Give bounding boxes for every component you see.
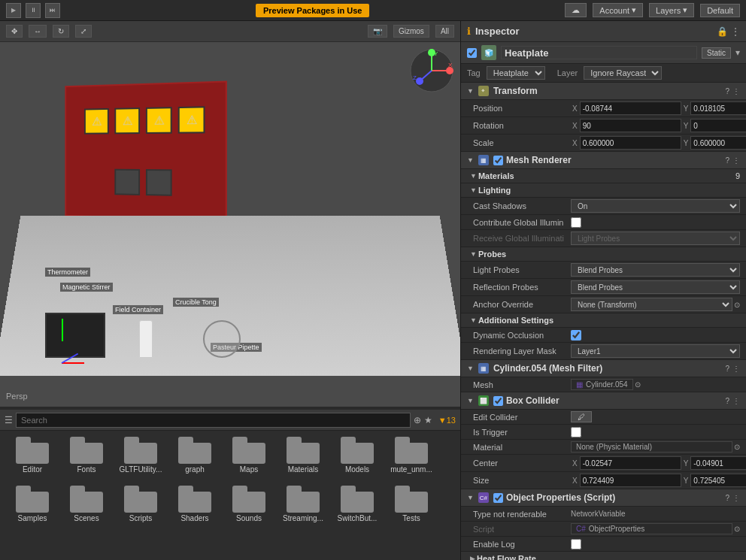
mesh-renderer-section-header[interactable]: ▼ ▦ Mesh Renderer ? ⋮ xyxy=(461,152,746,169)
help-icon[interactable]: ? xyxy=(725,397,729,405)
dynamic-occlusion-checkbox[interactable] xyxy=(571,330,581,341)
help-icon[interactable]: ? xyxy=(725,365,729,373)
folder-maps[interactable]: Maps xyxy=(223,434,275,477)
active-checkbox[interactable] xyxy=(467,48,477,58)
material-ref[interactable]: None (Physic Material) xyxy=(571,441,732,453)
project-search[interactable] xyxy=(16,413,411,428)
size-x-field[interactable] xyxy=(580,474,681,487)
lighting-sub-header[interactable]: ▼ Lighting xyxy=(461,183,746,198)
folder-scripts[interactable]: Scripts xyxy=(114,483,167,525)
help-icon[interactable]: ? xyxy=(725,494,729,502)
rot-y-field[interactable] xyxy=(690,119,746,132)
y-label: Y xyxy=(682,122,690,130)
enable-log-checkbox[interactable] xyxy=(571,539,581,549)
scale-x-field[interactable] xyxy=(580,136,681,150)
materials-sub-header[interactable]: ▼ Materials 9 xyxy=(461,169,746,183)
heat-flow-rate-sub-header[interactable]: ▶ Heat Flow Rate xyxy=(461,552,746,560)
default-button[interactable]: Default xyxy=(700,4,740,17)
material-target-icon[interactable]: ⊙ xyxy=(734,443,740,451)
folder-graph[interactable]: graph xyxy=(168,434,221,477)
lock-button[interactable]: 🔒 xyxy=(717,26,728,37)
account-button[interactable]: Account ▾ xyxy=(593,3,643,17)
play-button[interactable]: ▶ xyxy=(6,3,21,18)
scale-y-field[interactable] xyxy=(690,136,746,150)
script-target-icon[interactable]: ⊙ xyxy=(734,525,740,533)
pos-x-field[interactable] xyxy=(580,101,681,115)
transform-section-header[interactable]: ▼ ⌖ Transform ? ⋮ xyxy=(461,83,746,100)
static-button[interactable]: Static xyxy=(702,47,731,59)
folder-samples[interactable]: Samples xyxy=(6,483,59,525)
layer-select[interactable]: Ignore Raycast xyxy=(584,66,662,80)
pos-y-field[interactable] xyxy=(690,101,746,115)
object-properties-section-header[interactable]: ▼ C# Object Properties (Script) ? ⋮ xyxy=(461,489,746,507)
folder-tests[interactable]: Tests xyxy=(385,483,438,525)
probes-sub-header[interactable]: ▼ Probes xyxy=(461,247,746,262)
contribute-gi-checkbox[interactable] xyxy=(571,217,581,228)
mesh-renderer-checkbox[interactable] xyxy=(493,156,503,165)
chevron-down-icon[interactable]: ▾ xyxy=(735,47,740,58)
folder-tab xyxy=(232,486,247,492)
mesh-filter-section-header[interactable]: ▼ ▦ Cylinder.054 (Mesh Filter) ? ⋮ xyxy=(461,360,746,377)
create-btn[interactable]: ⊕ xyxy=(414,415,421,425)
folder-scenes[interactable]: Scenes xyxy=(60,483,113,525)
project-menu-btn[interactable]: ☰ xyxy=(5,415,13,425)
light-probes-select[interactable]: Blend Probes xyxy=(571,263,740,277)
folder-fonts[interactable]: Fonts xyxy=(60,434,113,477)
rotate-tool[interactable]: ↻ xyxy=(53,25,69,38)
mesh-target-icon[interactable]: ⊙ xyxy=(635,380,641,389)
anchor-target-icon[interactable]: ⊙ xyxy=(734,301,740,309)
move-tool[interactable]: ↔ xyxy=(29,25,47,38)
menu-button[interactable]: ⋮ xyxy=(731,26,740,37)
object-properties-checkbox[interactable] xyxy=(493,493,503,503)
more-icon[interactable]: ⋮ xyxy=(732,494,740,502)
layers-button[interactable]: Layers ▾ xyxy=(649,3,694,17)
center-x-field[interactable] xyxy=(580,456,681,470)
center-y-field[interactable] xyxy=(690,456,746,470)
folder-editor[interactable]: Editor xyxy=(6,434,59,477)
is-trigger-checkbox[interactable] xyxy=(571,427,581,437)
box-collider-checkbox[interactable] xyxy=(493,396,503,406)
folder-icon xyxy=(70,437,103,464)
additional-settings-sub-header[interactable]: ▼ Additional Settings xyxy=(461,313,746,328)
folder-sounds[interactable]: Sounds xyxy=(223,483,275,525)
pause-button[interactable]: ⏸ xyxy=(26,3,41,18)
preview-packages-button[interactable]: Preview Packages in Use xyxy=(256,4,369,17)
help-icon[interactable]: ? xyxy=(725,156,729,165)
cast-shadows-select[interactable]: On xyxy=(571,199,740,213)
reflection-probes-select[interactable]: Blend Probes xyxy=(571,280,740,294)
mesh-ref[interactable]: ▦ Cylinder.054 xyxy=(571,379,633,390)
more-icon[interactable]: ⋮ xyxy=(732,156,740,165)
size-y-field[interactable] xyxy=(690,474,746,487)
box-collider-section-header[interactable]: ▼ ⬜ Box Collider ? ⋮ xyxy=(461,392,746,410)
object-name-field[interactable] xyxy=(501,46,697,59)
script-ref[interactable]: C# ObjectProperties xyxy=(571,523,732,534)
size-value: X Y Z xyxy=(571,474,746,487)
camera-button[interactable]: 📷 xyxy=(368,25,387,38)
folder-models[interactable]: Models xyxy=(331,434,384,477)
gizmos-button[interactable]: Gizmos xyxy=(393,25,429,38)
help-icon[interactable]: ? xyxy=(725,87,729,95)
step-button[interactable]: ⏭ xyxy=(45,3,60,18)
all-button[interactable]: All xyxy=(435,25,454,38)
receive-gi-select[interactable]: Light Probes xyxy=(571,232,740,245)
scale-tool[interactable]: ⤢ xyxy=(75,25,92,38)
tag-select[interactable]: Heatplate xyxy=(487,66,545,80)
folder-shaders[interactable]: Shaders xyxy=(168,483,221,525)
rendering-layer-mask-select[interactable]: Layer1 xyxy=(571,344,740,358)
inspector-body[interactable]: 🧊 Static ▾ Tag Heatplate Layer Ignore Ra… xyxy=(461,42,746,560)
anchor-override-select[interactable]: None (Transform) xyxy=(571,298,732,311)
folder-mute[interactable]: mute_unm... xyxy=(385,434,438,477)
edit-collider-button[interactable]: 🖊 xyxy=(571,411,592,422)
cloud-button[interactable]: ☁ xyxy=(565,3,587,17)
folder-switchbut[interactable]: SwitchBut... xyxy=(331,483,384,525)
more-icon[interactable]: ⋮ xyxy=(732,397,740,405)
folder-streaming[interactable]: Streaming... xyxy=(277,483,329,525)
scene-view[interactable]: ⚠ ⚠ ⚠ ⚠ Thermometer Magnetic Stirrer Fie… xyxy=(0,42,460,407)
folder-materials[interactable]: Materials xyxy=(277,434,329,477)
folder-gltf[interactable]: GLTFUtility... xyxy=(114,434,167,477)
more-icon[interactable]: ⋮ xyxy=(732,87,740,95)
more-icon[interactable]: ⋮ xyxy=(732,365,740,373)
star-btn[interactable]: ★ xyxy=(424,415,432,425)
rot-x-field[interactable] xyxy=(580,119,681,132)
transform-tool[interactable]: ✥ xyxy=(6,25,23,38)
